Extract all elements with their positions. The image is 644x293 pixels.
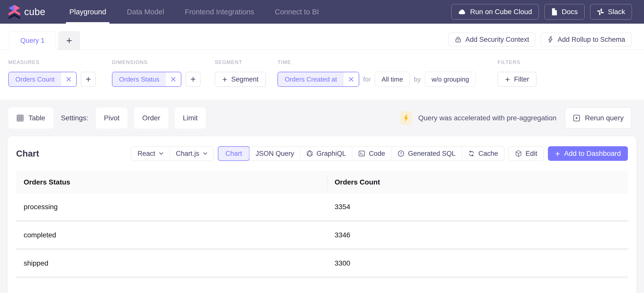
- workspace: Table Settings: Pivot Order Limit Query …: [0, 100, 644, 293]
- remove-measure-icon[interactable]: [61, 72, 76, 86]
- framework-library-selects: React Chart.js: [131, 146, 214, 161]
- for-connector: for: [363, 76, 371, 83]
- chart-card-header: Chart React Chart.js: [8, 136, 636, 171]
- settings-label: Settings:: [61, 114, 88, 122]
- plus-icon: +: [222, 75, 227, 84]
- cell-orders-count: 3346: [327, 231, 358, 239]
- nav-item-frontend-integrations[interactable]: Frontend Integrations: [174, 0, 264, 24]
- view-tab-graphiql[interactable]: GraphiQL: [300, 146, 352, 161]
- segment-label: SEGMENT: [215, 59, 266, 65]
- docs-button[interactable]: Docs: [544, 4, 585, 20]
- cell-orders-count: 3300: [327, 259, 358, 267]
- remove-time-dimension-icon[interactable]: [344, 72, 359, 86]
- cell-orders-status: processing: [16, 203, 327, 211]
- add-filter-button[interactable]: + Filter: [497, 72, 537, 87]
- segment-section: SEGMENT + Segment: [215, 59, 266, 100]
- chart-toolbar: React Chart.js Chart JSON Query: [131, 146, 628, 161]
- chart-title: Chart: [16, 149, 39, 159]
- cell-orders-count: 3354: [327, 203, 358, 211]
- time-section: TIME Orders Created at for All time by w…: [277, 59, 476, 100]
- cell-orders-status: completed: [16, 231, 327, 239]
- tabbar-actions: Add Security Context Add Rollup to Schem…: [448, 33, 631, 46]
- refresh-icon: [468, 150, 475, 157]
- settings-buttons: Pivot Order Limit: [96, 107, 206, 129]
- play-square-icon: [573, 114, 580, 122]
- filters-section: FILTERS + Filter: [497, 59, 537, 100]
- time-chip-orders-created-at[interactable]: Orders Created at: [277, 72, 359, 87]
- lightning-bolt-icon: [403, 114, 409, 122]
- add-measure-button[interactable]: +: [81, 72, 96, 87]
- slack-icon: [597, 8, 604, 15]
- slack-button[interactable]: Slack: [590, 4, 632, 20]
- view-tab-chart[interactable]: Chart: [218, 146, 250, 161]
- thunderbolt-icon: [547, 36, 554, 43]
- view-tab-cache[interactable]: Cache: [462, 146, 504, 161]
- dimensions-section: DIMENSIONS Orders Status +: [112, 59, 200, 100]
- acceleration-message: Query was accelerated with pre-aggregati…: [418, 114, 556, 122]
- view-switcher: Chart JSON Query GraphiQL: [218, 146, 504, 161]
- limit-button[interactable]: Limit: [175, 107, 206, 129]
- table-row: completed 3346: [16, 222, 628, 250]
- granularity-button[interactable]: w/o grouping: [425, 72, 476, 87]
- tab-query-1[interactable]: Query 1: [9, 31, 56, 50]
- add-dimension-button[interactable]: +: [185, 72, 200, 87]
- plus-icon: +: [505, 75, 510, 84]
- rerun-query-button[interactable]: Rerun query: [565, 107, 631, 129]
- table-row: processing 3354: [16, 194, 628, 222]
- graphql-icon: [306, 150, 313, 157]
- remove-dimension-icon[interactable]: [166, 72, 181, 86]
- cloud-icon: [458, 9, 466, 15]
- view-tab-generated-sql[interactable]: ? Generated SQL: [391, 146, 462, 161]
- document-icon: [551, 8, 558, 16]
- add-security-context-button[interactable]: Add Security Context: [448, 33, 536, 46]
- chart-type-table-button[interactable]: Table: [8, 107, 53, 129]
- chevron-down-icon: [203, 152, 208, 155]
- dimension-chip-orders-status[interactable]: Orders Status: [112, 72, 181, 87]
- main-nav: Playground Data Model Frontend Integrati…: [59, 0, 329, 24]
- acceleration-status: Query was accelerated with pre-aggregati…: [400, 107, 632, 129]
- add-rollup-to-schema-button[interactable]: Add Rollup to Schema: [541, 33, 631, 46]
- cube-logo-icon: [8, 5, 21, 19]
- chevron-down-icon: [159, 152, 164, 155]
- run-on-cube-cloud-button[interactable]: Run on Cube Cloud: [451, 4, 539, 20]
- pivot-button[interactable]: Pivot: [96, 107, 128, 129]
- top-navbar: cube Playground Data Model Frontend Inte…: [0, 0, 644, 24]
- date-range-button[interactable]: All time: [375, 72, 410, 87]
- cell-orders-status: shipped: [16, 259, 327, 267]
- measure-chip-orders-count[interactable]: Orders Count: [8, 72, 77, 87]
- column-divider: [327, 174, 327, 190]
- column-header-orders-count: Orders Count: [327, 178, 387, 186]
- view-tab-code[interactable]: Code: [352, 146, 391, 161]
- dimensions-label: DIMENSIONS: [112, 59, 200, 65]
- edit-button[interactable]: Edit: [508, 146, 544, 161]
- filters-label: FILTERS: [497, 59, 537, 65]
- view-tab-json-query[interactable]: JSON Query: [249, 146, 300, 161]
- query-tabbar: Query 1 + Add Security Context Add Rollu…: [0, 24, 644, 50]
- codesandbox-icon: [515, 150, 522, 157]
- query-builder: MEASURES Orders Count + DIMENSIONS Order…: [0, 50, 644, 100]
- nav-item-connect-to-bi[interactable]: Connect to BI: [264, 0, 329, 24]
- nav-item-playground[interactable]: Playground: [59, 0, 116, 24]
- table-row: shipped 3300: [16, 250, 628, 278]
- svg-text:?: ?: [400, 152, 402, 156]
- library-select[interactable]: Chart.js: [170, 146, 214, 161]
- nav-actions: Run on Cube Cloud Docs Slack: [451, 4, 632, 20]
- measures-label: MEASURES: [8, 59, 96, 65]
- cube-logo[interactable]: cube: [8, 5, 45, 19]
- table-grid-icon: [16, 114, 24, 122]
- brand-name: cube: [24, 7, 45, 17]
- nav-item-data-model[interactable]: Data Model: [116, 0, 174, 24]
- by-connector: by: [414, 76, 421, 83]
- terminal-icon: [358, 150, 365, 157]
- question-circle-icon: ?: [397, 150, 405, 157]
- add-query-tab-button[interactable]: +: [58, 31, 80, 50]
- lightning-badge: [400, 111, 412, 125]
- add-to-dashboard-button[interactable]: + Add to Dashboard: [548, 146, 628, 161]
- order-button[interactable]: Order: [134, 107, 168, 129]
- settings-bar: Table Settings: Pivot Order Limit Query …: [0, 100, 644, 136]
- add-segment-button[interactable]: + Segment: [215, 72, 266, 87]
- table-header-row: Orders Status Orders Count: [16, 171, 628, 194]
- chart-card: Chart React Chart.js: [8, 136, 636, 293]
- results-table: Orders Status Orders Count processing 33…: [16, 171, 628, 278]
- framework-select[interactable]: React: [131, 146, 170, 161]
